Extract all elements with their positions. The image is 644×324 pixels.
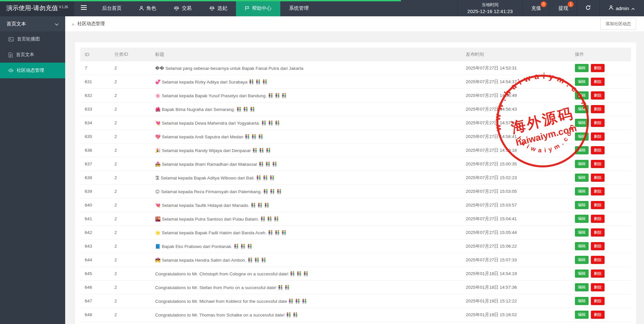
page-title: 社区动态管理 bbox=[77, 21, 105, 27]
table-body: 72�� Selamat yang sebesar-besarnya untuk… bbox=[80, 61, 631, 322]
row-title: Congratulations to Mr. Stefan from Porto… bbox=[155, 285, 466, 290]
sidebar-item-首页文本[interactable]: 首页文本 bbox=[0, 47, 65, 63]
speaker-icon bbox=[8, 68, 13, 73]
delete-button[interactable]: 删除 bbox=[591, 132, 605, 141]
delete-button[interactable]: 删除 bbox=[591, 270, 605, 278]
hamburger-icon[interactable] bbox=[74, 0, 93, 16]
row-actions: 编辑删除 bbox=[575, 160, 631, 168]
edit-button[interactable]: 编辑 bbox=[575, 297, 589, 305]
row-actions: 编辑删除 bbox=[575, 311, 631, 319]
edit-button[interactable]: 编辑 bbox=[575, 242, 589, 250]
edit-button[interactable]: 编辑 bbox=[575, 270, 589, 278]
row-id: 646 bbox=[80, 285, 114, 290]
table-row: 6452Congratulations to Mr. Christoph fro… bbox=[80, 267, 631, 281]
edit-button[interactable]: 编辑 bbox=[575, 215, 589, 223]
row-category-id: 2 bbox=[114, 312, 155, 317]
delete-button[interactable]: 删除 bbox=[591, 105, 605, 113]
refresh-button[interactable] bbox=[577, 0, 600, 16]
nav-item-后台首页[interactable]: 后台首页 bbox=[93, 0, 130, 16]
edit-button[interactable]: 编辑 bbox=[575, 132, 589, 141]
edit-button[interactable]: 编辑 bbox=[575, 256, 589, 264]
table-row: 6352💖 Selamat kepada Andi Saputra dari M… bbox=[80, 130, 631, 144]
edit-button[interactable]: 编辑 bbox=[575, 91, 589, 100]
local-time-block: 当地时间 2025-12-16 12:41:23 bbox=[457, 0, 523, 16]
nav-item-选妃[interactable]: 选妃 bbox=[200, 0, 236, 16]
row-actions: 编辑删除 bbox=[575, 201, 631, 209]
row-category-id: 2 bbox=[114, 285, 155, 290]
row-id: 636 bbox=[80, 148, 114, 153]
topbar: 演示使用-请勿充值V.1.26 后台首页角色交易选妃帮助中心系统管理 当地时间 … bbox=[0, 0, 644, 16]
edit-button[interactable]: 编辑 bbox=[575, 311, 589, 319]
edit-button[interactable]: 编辑 bbox=[575, 160, 589, 168]
nav-item-系统管理[interactable]: 系统管理 bbox=[280, 0, 317, 16]
row-actions: 编辑删除 bbox=[575, 283, 631, 291]
edit-button[interactable]: 编辑 bbox=[575, 187, 589, 195]
delete-button[interactable]: 删除 bbox=[591, 242, 605, 250]
app-title: 演示使用-请勿充值 bbox=[6, 4, 58, 12]
row-category-id: 2 bbox=[114, 257, 155, 262]
edit-button[interactable]: 编辑 bbox=[575, 105, 589, 113]
delete-button[interactable]: 删除 bbox=[591, 78, 605, 86]
delete-button[interactable]: 删除 bbox=[591, 119, 605, 127]
row-title: 🎉 Selamat kepada Randy Wijaya dari Denpa… bbox=[155, 148, 466, 153]
row-category-id: 2 bbox=[114, 93, 155, 98]
row-category-id: 2 bbox=[114, 120, 155, 125]
row-publish-time: 2025年07月27日 14:59:18 bbox=[466, 147, 575, 153]
row-actions: 编辑删除 bbox=[575, 256, 631, 264]
delete-button[interactable]: 删除 bbox=[591, 201, 605, 209]
edit-button[interactable]: 编辑 bbox=[575, 283, 589, 291]
delete-button[interactable]: 删除 bbox=[591, 146, 605, 154]
row-category-id: 2 bbox=[114, 66, 155, 70]
delete-button[interactable]: 删除 bbox=[591, 283, 605, 291]
recharge-button[interactable]: 充值 0 bbox=[523, 0, 550, 16]
sidebar: 首页文本 首页轮播图首页文本社区动态管理 bbox=[0, 16, 65, 324]
sidebar-item-首页轮播图[interactable]: 首页轮播图 bbox=[0, 31, 65, 47]
delete-button[interactable]: 删除 bbox=[591, 187, 605, 195]
sidebar-group-homepage-text[interactable]: 首页文本 bbox=[0, 16, 65, 31]
delete-button[interactable]: 删除 bbox=[591, 174, 605, 182]
sidebar-item-社区动态管理[interactable]: 社区动态管理 bbox=[0, 63, 65, 78]
edit-button[interactable]: 编辑 bbox=[575, 78, 589, 86]
row-publish-time: 2025年07月27日 15:02:23 bbox=[466, 175, 575, 181]
delete-button[interactable]: 删除 bbox=[591, 64, 605, 72]
delete-button[interactable]: 删除 bbox=[591, 160, 605, 168]
nav-item-帮助中心[interactable]: 帮助中心 bbox=[236, 0, 280, 16]
table-row: 6372💑 Selamat kepada Ilham Ramadhan dari… bbox=[80, 157, 631, 171]
withdraw-button[interactable]: 提现 1 bbox=[550, 0, 577, 16]
row-id: 643 bbox=[80, 244, 114, 249]
row-publish-time: 2025年01月18日 14:54:19 bbox=[466, 271, 575, 277]
row-actions: 编辑删除 bbox=[575, 119, 631, 127]
edit-button[interactable]: 编辑 bbox=[575, 228, 589, 237]
edit-button[interactable]: 编辑 bbox=[575, 119, 589, 127]
app-logo: 演示使用-请勿充值V.1.26 bbox=[0, 0, 74, 16]
edit-button[interactable]: 编辑 bbox=[575, 64, 589, 72]
flag-icon bbox=[245, 6, 249, 11]
column-header-操作: 操作 bbox=[575, 52, 631, 57]
row-id: 631 bbox=[80, 79, 114, 84]
row-publish-time: 2025年07月27日 14:54:37 bbox=[466, 79, 575, 85]
edit-button[interactable]: 编辑 bbox=[575, 174, 589, 182]
row-title: 🌸 Selamat kepada Bapak Yusuf Prasetyo da… bbox=[155, 93, 466, 98]
nav-item-label: 选妃 bbox=[217, 5, 227, 11]
delete-button[interactable]: 删除 bbox=[591, 228, 605, 237]
delete-button[interactable]: 删除 bbox=[591, 215, 605, 223]
add-community-post-button[interactable]: 添加社区动态 bbox=[600, 18, 636, 30]
row-category-id: 2 bbox=[114, 107, 155, 112]
row-id: 647 bbox=[80, 299, 114, 303]
column-header-发布时间: 发布时间 bbox=[466, 52, 575, 57]
edit-button[interactable]: 编辑 bbox=[575, 146, 589, 154]
nav-item-交易[interactable]: 交易 bbox=[165, 0, 200, 16]
delete-button[interactable]: 删除 bbox=[591, 297, 605, 305]
username: admin bbox=[616, 6, 629, 11]
row-id: 648 bbox=[80, 312, 114, 317]
row-publish-time: 2025年01月19日 15:16:02 bbox=[466, 312, 575, 318]
delete-button[interactable]: 删除 bbox=[591, 91, 605, 100]
edit-button[interactable]: 编辑 bbox=[575, 201, 589, 209]
row-publish-time: 2025年07月27日 15:00:35 bbox=[466, 161, 575, 167]
delete-button[interactable]: 删除 bbox=[591, 256, 605, 264]
delete-button[interactable]: 删除 bbox=[591, 311, 605, 319]
nav-item-角色[interactable]: 角色 bbox=[130, 0, 165, 16]
recharge-label: 充值 bbox=[531, 5, 541, 11]
row-actions: 编辑删除 bbox=[575, 215, 631, 223]
user-menu[interactable]: admin bbox=[600, 0, 644, 16]
